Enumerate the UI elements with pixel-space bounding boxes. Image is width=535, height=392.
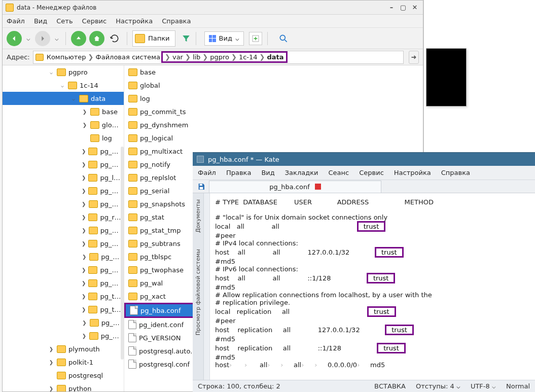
editor-line[interactable]: host› › all› › all› › 0.0.0.0/0› md5 bbox=[215, 361, 531, 369]
menu-edit[interactable]: Правка bbox=[226, 169, 251, 176]
editor-line[interactable]: # "local" is for Unix domain socket conn… bbox=[215, 213, 531, 221]
editor-line[interactable]: host replication all 127.0.0.1/32 trust bbox=[215, 325, 531, 335]
menu-bookmarks[interactable]: Закладки bbox=[285, 169, 318, 176]
breadcrumb-seg[interactable]: pgpro bbox=[209, 53, 230, 61]
view-mode-button[interactable]: Вид ⌵ bbox=[204, 31, 244, 46]
mode-indicator[interactable]: Normal bbox=[506, 382, 530, 390]
tree-item[interactable]: ❯pg_snapshots bbox=[3, 237, 124, 250]
menu-help[interactable]: Справка bbox=[441, 169, 470, 176]
titlebar[interactable]: data - Менеджер файлов – ▢ ✕ bbox=[3, 1, 423, 15]
list-item[interactable]: log bbox=[124, 92, 423, 105]
chevron-right-icon[interactable]: ❯ bbox=[82, 320, 87, 326]
menu-view[interactable]: Вид bbox=[34, 17, 47, 25]
filter-icon[interactable] bbox=[182, 34, 191, 43]
new-tab-button[interactable] bbox=[249, 32, 262, 45]
search-button[interactable] bbox=[277, 32, 290, 45]
editor-line[interactable] bbox=[215, 206, 531, 213]
chevron-right-icon[interactable]: ❯ bbox=[82, 201, 86, 207]
close-button[interactable]: ✕ bbox=[410, 3, 420, 12]
breadcrumb[interactable]: Компьютер ❯ Файловая система ❯ var ❯ lib… bbox=[33, 51, 404, 64]
tree-item[interactable]: ❯pg_stat bbox=[3, 250, 124, 263]
breadcrumb-root[interactable]: Компьютер bbox=[46, 53, 87, 61]
chevron-right-icon[interactable]: ❯ bbox=[82, 280, 86, 286]
chevron-right-icon[interactable]: ❯ bbox=[48, 386, 54, 391]
sidebar-filesystem[interactable]: Просмотр файловой системы bbox=[195, 246, 201, 338]
cursor-position[interactable]: Строка: 100, столбец: 2 bbox=[198, 382, 280, 390]
chevron-right-icon[interactable]: ❯ bbox=[82, 254, 87, 260]
chevron-right-icon[interactable]: ❯ bbox=[82, 241, 86, 246]
list-item[interactable]: base bbox=[124, 65, 423, 79]
text-editor[interactable]: # TYPE DATABASE USER ADDRESS METHOD # "l… bbox=[210, 193, 535, 380]
chevron-down-icon[interactable]: ⌵ bbox=[70, 96, 77, 101]
tree-item[interactable]: postgresql bbox=[3, 369, 124, 382]
tree-item[interactable]: ❯pg_twophase bbox=[3, 303, 124, 316]
chevron-right-icon[interactable]: ❯ bbox=[48, 360, 54, 365]
menu-file[interactable]: Файл bbox=[7, 17, 25, 25]
folders-toggle[interactable]: Папки bbox=[132, 30, 175, 47]
up-button[interactable] bbox=[71, 31, 86, 46]
menu-settings[interactable]: Настройка bbox=[394, 169, 431, 176]
minimize-button[interactable]: – bbox=[386, 3, 397, 12]
tree-item[interactable]: ❯pg_subtrans bbox=[3, 276, 124, 290]
list-item[interactable]: pg_commit_ts bbox=[124, 105, 423, 118]
menu-session[interactable]: Сеанс bbox=[328, 169, 349, 176]
menu-file[interactable]: Файл bbox=[198, 169, 216, 176]
editor-line[interactable]: #peer bbox=[215, 317, 531, 325]
menu-help[interactable]: Справка bbox=[162, 17, 191, 25]
breadcrumb-seg[interactable]: lib bbox=[192, 53, 201, 61]
tree-item[interactable]: ⌵pgpro bbox=[3, 65, 124, 79]
tree-item[interactable]: ❯python bbox=[3, 382, 124, 391]
chevron-right-icon[interactable]: ❯ bbox=[82, 162, 86, 167]
chevron-right-icon[interactable]: ❯ bbox=[82, 188, 86, 194]
menu-network[interactable]: Сеть bbox=[56, 17, 73, 25]
document-tab[interactable]: pg_hba.conf bbox=[209, 181, 381, 193]
editor-gutter[interactable] bbox=[204, 193, 210, 380]
editor-line[interactable]: # IPv6 local connections: bbox=[215, 265, 531, 273]
chevron-right-icon[interactable]: ❯ bbox=[48, 346, 54, 352]
scrollbar[interactable] bbox=[121, 147, 124, 360]
list-item[interactable]: pg_logical bbox=[124, 131, 423, 145]
list-item[interactable]: pg_dynshmem bbox=[124, 118, 423, 131]
tree-item[interactable]: ❯global bbox=[3, 118, 124, 131]
chevron-down-icon[interactable]: ⌵ bbox=[48, 69, 54, 75]
tree-item[interactable]: ⌵data bbox=[3, 92, 124, 105]
tree-item[interactable]: ❯pg_commit_ts bbox=[3, 145, 124, 158]
home-button[interactable] bbox=[89, 31, 104, 46]
tree-item[interactable]: ❯pg_multixact bbox=[3, 184, 124, 197]
indent-selector[interactable]: Отступы: 4 ⌵ bbox=[416, 382, 460, 390]
chevron-right-icon[interactable]: ❯ bbox=[82, 109, 88, 115]
refresh-button[interactable] bbox=[108, 31, 122, 46]
tree-item[interactable]: ❯pg_serial bbox=[3, 224, 124, 237]
save-button[interactable] bbox=[196, 183, 207, 191]
kate-titlebar[interactable]: pg_hba.conf * — Kate bbox=[193, 153, 535, 166]
back-button[interactable] bbox=[7, 31, 22, 46]
tree-item[interactable]: ❯pg_notify bbox=[3, 197, 124, 210]
chevron-right-icon[interactable]: ❯ bbox=[82, 122, 88, 128]
encoding-selector[interactable]: UTF-8 bbox=[471, 382, 496, 390]
editor-line[interactable]: # IPv4 local connections: bbox=[215, 239, 531, 247]
chevron-right-icon[interactable]: ❯ bbox=[82, 294, 86, 299]
tree-item[interactable]: ❯polkit-1 bbox=[3, 355, 124, 369]
menu-view[interactable]: Вид bbox=[261, 169, 274, 176]
menu-tools[interactable]: Сервис bbox=[359, 169, 384, 176]
tree-item[interactable]: ❯pg_xact bbox=[3, 329, 124, 342]
tree-item[interactable]: ❯base bbox=[3, 105, 124, 118]
editor-line[interactable]: host all all ::1/128 trust bbox=[215, 273, 531, 283]
chevron-right-icon[interactable]: ❯ bbox=[82, 333, 87, 339]
editor-line[interactable]: # TYPE DATABASE USER ADDRESS METHOD bbox=[215, 198, 531, 206]
menu-settings[interactable]: Настройка bbox=[116, 17, 153, 25]
editor-line[interactable]: #peer bbox=[215, 232, 531, 239]
go-button[interactable]: ➜ bbox=[409, 51, 419, 64]
editor-line[interactable]: # Allow replication connections from loc… bbox=[215, 291, 531, 299]
editor-line[interactable]: local all all trust bbox=[215, 221, 531, 232]
tree-item[interactable]: ❯pg_logical bbox=[3, 171, 124, 184]
tree-item[interactable]: ❯pg_tblspc bbox=[3, 290, 124, 303]
list-item[interactable]: global bbox=[124, 79, 423, 92]
insert-mode[interactable]: ВСТАВКА bbox=[374, 382, 406, 390]
chevron-down-icon[interactable]: ⌵ bbox=[59, 83, 65, 88]
editor-line[interactable]: #md5 bbox=[215, 335, 531, 343]
tree-item[interactable]: ❯pg_dynshmem bbox=[3, 158, 124, 171]
tree-item[interactable]: ❯pg_stat_tmp bbox=[3, 263, 124, 276]
tree-item[interactable]: ❯pg_wal bbox=[3, 316, 124, 329]
tree-item[interactable]: ❯pg_replslot bbox=[3, 210, 124, 224]
